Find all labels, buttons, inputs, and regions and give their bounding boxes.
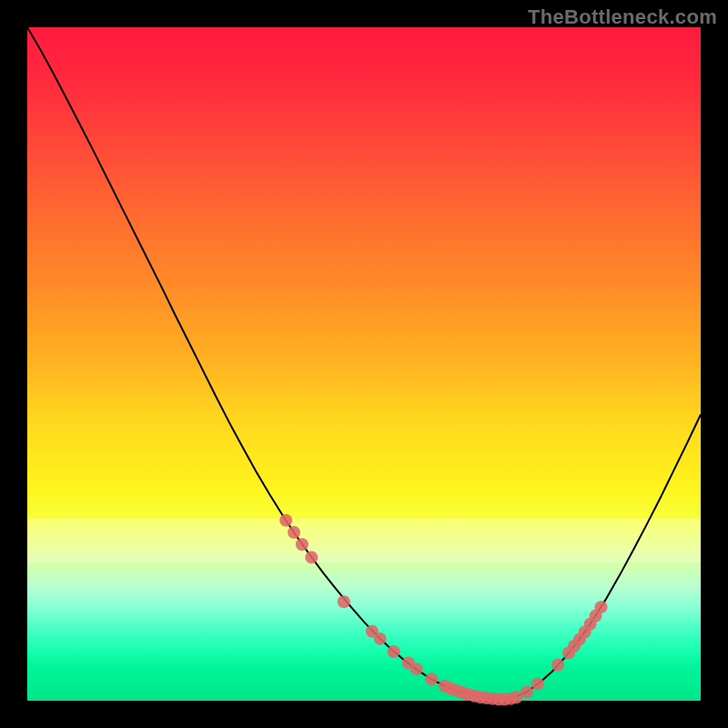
data-marker (425, 672, 438, 685)
data-marker (388, 645, 400, 658)
chart-svg (27, 27, 701, 701)
data-marker (510, 691, 522, 703)
data-marker (338, 595, 350, 608)
plot-area (27, 27, 701, 701)
data-marker (296, 538, 308, 551)
data-marker (305, 551, 318, 563)
watermark-label: TheBottleneck.com (528, 5, 717, 29)
data-marker (374, 632, 387, 645)
data-marker (594, 601, 607, 613)
data-marker (551, 659, 564, 672)
data-marker (531, 678, 544, 691)
curve-layer (27, 27, 701, 700)
data-marker (279, 514, 292, 527)
marker-layer (279, 514, 607, 706)
bottleneck-curve (27, 27, 701, 700)
data-marker (410, 662, 423, 675)
data-marker (288, 526, 300, 539)
data-marker (521, 685, 533, 698)
chart-container: TheBottleneck.com (0, 0, 728, 728)
